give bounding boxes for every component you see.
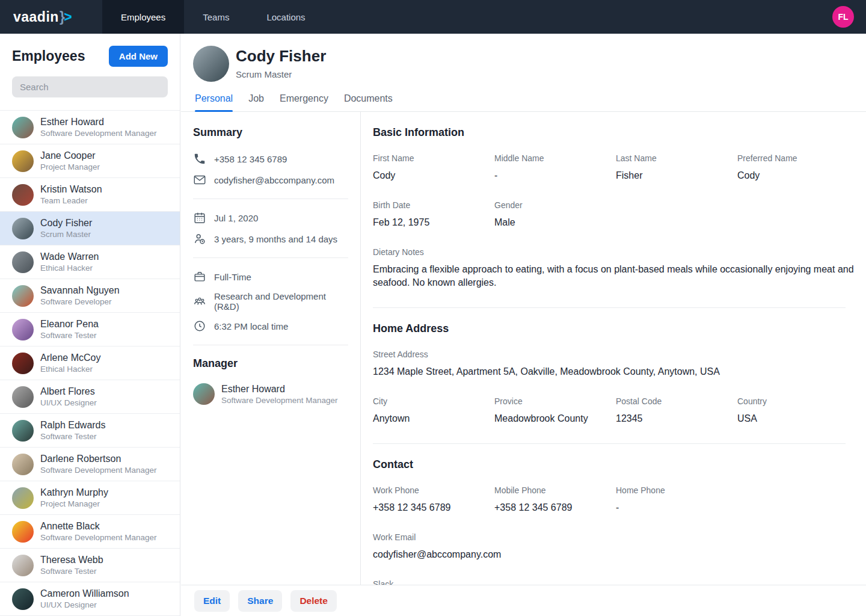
action-bar: Edit Share Delete (181, 585, 866, 616)
field-label: Dietary Notes (373, 247, 859, 257)
employee-list-item[interactable]: Esther Howard Software Development Manag… (0, 111, 180, 144)
employee-avatar (12, 117, 34, 138)
briefcase-icon (193, 270, 206, 283)
employee-avatar (12, 184, 34, 206)
employee-list-item[interactable]: Eleanor Pena Software Tester (0, 313, 180, 346)
manager-name: Esther Howard (221, 384, 338, 395)
tab-documents[interactable]: Documents (344, 93, 393, 111)
field-label: Gender (494, 200, 616, 210)
employee-list-item[interactable]: Kathryn Murphy Project Manager (0, 481, 180, 515)
employee-name: Jane Cooper (40, 150, 100, 161)
manager-role: Software Development Manager (221, 396, 338, 405)
employee-avatar (12, 251, 34, 273)
basic-info-heading: Basic Information (373, 126, 846, 139)
field-preferred-name: Preferred Name Cody (737, 153, 859, 182)
tab-job[interactable]: Job (248, 93, 264, 111)
summary-start-date-value: Jul 1, 2020 (214, 213, 258, 223)
field-value: USA (737, 412, 859, 425)
employee-avatar (12, 487, 34, 509)
field-postal-code: Postal Code 12345 (616, 396, 737, 425)
add-new-button[interactable]: Add New (109, 46, 168, 67)
delete-button[interactable]: Delete (290, 590, 337, 612)
summary-panel: Summary +358 12 345 6789 codyfisher@abcc… (181, 112, 361, 616)
employee-list-item[interactable]: Annette Black Software Development Manag… (0, 515, 180, 549)
employee-role: Software Tester (40, 567, 103, 576)
person-clock-icon (193, 232, 206, 245)
employee-role: UI/UX Designer (40, 398, 97, 407)
field-province: Provice Meadowbrook County (494, 396, 616, 425)
employee-name: Cody Fisher (40, 218, 92, 229)
field-value: Anytown (373, 412, 494, 425)
field-label: Country (737, 396, 859, 406)
nav-tab-locations[interactable]: Locations (248, 0, 324, 34)
employee-name: Kathryn Murphy (40, 487, 108, 498)
employee-list-item[interactable]: Wade Warren Ethical Hacker (0, 245, 180, 279)
employee-avatar (12, 150, 34, 172)
section-divider (373, 307, 846, 308)
employee-avatar (12, 218, 34, 239)
employee-avatar (12, 353, 34, 374)
nav-tab-teams[interactable]: Teams (184, 0, 248, 34)
employee-list-item[interactable]: Albert Flores UI/UX Designer (0, 380, 180, 414)
employee-list-item[interactable]: Cody Fisher Scrum Master (0, 212, 180, 245)
field-value: - (494, 169, 616, 182)
clock-icon (193, 319, 206, 333)
employee-list-item[interactable]: Kristin Watson Team Leader (0, 178, 180, 212)
summary-local-time: 6:32 PM local time (193, 319, 348, 333)
team-group-icon (193, 295, 206, 308)
employee-list-item[interactable]: Theresa Webb Software Tester (0, 549, 180, 582)
summary-start-date: Jul 1, 2020 (193, 211, 348, 224)
employee-role: Ethical Hacker (40, 365, 100, 374)
edit-button[interactable]: Edit (194, 590, 230, 612)
field-last-name: Last Name Fisher (616, 153, 737, 182)
employee-avatar (12, 454, 34, 475)
field-value: Cody (737, 169, 859, 182)
nav-tab-employees[interactable]: Employees (102, 0, 184, 34)
employee-name: Arlene McCoy (40, 353, 100, 363)
field-label: Work Email (373, 532, 859, 542)
summary-tenure-value: 3 years, 9 months and 14 days (214, 234, 337, 244)
share-button[interactable]: Share (238, 590, 282, 612)
employee-list-item[interactable]: Cameron Williamson UI/UX Designer (0, 582, 180, 616)
field-value: - (616, 501, 737, 514)
employee-role: Software Developer (40, 297, 120, 306)
home-address-heading: Home Address (373, 322, 846, 335)
field-first-name: First Name Cody (373, 153, 494, 182)
contact-heading: Contact (373, 458, 846, 471)
field-value: Embracing a flexible approach to eating,… (373, 263, 859, 289)
main-nav-tabs: Employees Teams Locations (102, 0, 324, 34)
field-label: City (373, 396, 494, 406)
calendar-icon (193, 211, 206, 224)
search-input[interactable] (12, 76, 168, 97)
employee-role: Project Manager (40, 162, 100, 171)
field-value: Male (494, 216, 616, 229)
employee-avatar (12, 420, 34, 442)
field-label: First Name (373, 153, 494, 163)
employee-list-item[interactable]: Jane Cooper Project Manager (0, 144, 180, 178)
tab-personal[interactable]: Personal (195, 93, 233, 111)
manager-heading: Manager (193, 357, 348, 370)
field-street-address: Street Address 1234 Maple Street, Apartm… (373, 350, 859, 378)
field-value: +358 12 345 6789 (494, 501, 616, 514)
detail-pane: Cody Fisher Scrum Master Personal Job Em… (181, 34, 866, 616)
employee-list-item[interactable]: Arlene McCoy Ethical Hacker (0, 346, 180, 380)
employee-list: Esther Howard Software Development Manag… (0, 110, 180, 616)
logo-text: vaadin (13, 9, 59, 25)
employee-role: UI/UX Designer (40, 600, 129, 609)
employee-name: Kristin Watson (40, 184, 102, 195)
envelope-icon (193, 173, 206, 186)
manager-card[interactable]: Esther Howard Software Development Manag… (193, 383, 348, 405)
summary-heading: Summary (193, 126, 348, 139)
field-label: Postal Code (616, 396, 737, 406)
field-value: Feb 12, 1975 (373, 216, 494, 229)
employee-role: Software Development Manager (40, 129, 157, 138)
employee-list-item[interactable]: Darlene Robertson Software Development M… (0, 448, 180, 481)
employee-avatar (12, 285, 34, 307)
profile-header: Cody Fisher Scrum Master Personal Job Em… (181, 34, 866, 112)
user-avatar-badge[interactable]: FL (832, 6, 854, 28)
employee-list-item[interactable]: Ralph Edwards Software Tester (0, 414, 180, 448)
field-middle-name: Middle Name - (494, 153, 616, 182)
employee-list-item[interactable]: Savannah Nguyen Software Developer (0, 279, 180, 313)
employee-avatar (12, 555, 34, 576)
tab-emergency[interactable]: Emergency (280, 93, 328, 111)
